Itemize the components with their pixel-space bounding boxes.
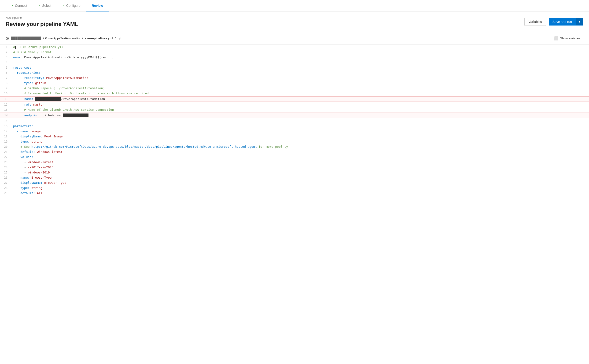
line-content: name: ██████████████/PowerAppsTestAutoma… bbox=[12, 97, 589, 102]
save-run-button-group: Save and run ▼ bbox=[549, 18, 583, 26]
line-content: - name: image bbox=[11, 129, 589, 134]
line-content: # File: azure-pipelines.yml bbox=[11, 45, 589, 50]
line-number: 24 bbox=[0, 165, 11, 170]
table-row: 11 name: ██████████████/PowerAppsTestAut… bbox=[0, 96, 589, 102]
table-row: 21 default: windows-latest bbox=[0, 149, 589, 155]
line-number: 4 bbox=[0, 60, 11, 65]
show-assistant-button[interactable]: ⬜ Show assistant bbox=[551, 35, 583, 42]
line-number: 20 bbox=[0, 144, 11, 149]
table-row: 28 type: string bbox=[0, 185, 589, 190]
table-row: 19 type: string bbox=[0, 139, 589, 144]
check-icon-select: ✓ bbox=[39, 4, 41, 7]
table-row: 16parameters: bbox=[0, 124, 589, 129]
line-content: endpoint: github.com_██████████████ bbox=[12, 113, 589, 118]
line-number: 18 bbox=[0, 134, 11, 139]
line-number: 27 bbox=[0, 180, 11, 185]
line-number: 9 bbox=[0, 86, 11, 91]
line-content: ref: master bbox=[11, 102, 589, 107]
header-right: Variables Save and run ▼ bbox=[524, 18, 583, 26]
line-number: 6 bbox=[0, 70, 11, 75]
page-title: Review your pipeline YAML bbox=[6, 21, 78, 27]
line-number: 11 bbox=[0, 97, 12, 102]
table-row: 18 displayName: Pool Image bbox=[0, 134, 589, 139]
table-row: 6 repositories: bbox=[0, 70, 589, 75]
table-row: 13 # Name of the GitHub OAuth ADO Servic… bbox=[0, 107, 589, 112]
table-row: 22 values: bbox=[0, 155, 589, 160]
line-number: 12 bbox=[0, 102, 11, 107]
line-content: name: PowerAppsTestAutomation-$(date:yyy… bbox=[11, 55, 589, 60]
line-content: repositories: bbox=[11, 70, 589, 75]
tab-connect[interactable]: ✓ Connect bbox=[6, 0, 33, 11]
line-number: 19 bbox=[0, 139, 11, 144]
variables-button[interactable]: Variables bbox=[524, 18, 546, 26]
line-number: 5 bbox=[0, 65, 11, 70]
table-row: 29 default: All bbox=[0, 190, 589, 196]
line-content: type: string bbox=[11, 139, 589, 144]
line-content: displayName: Pool Image bbox=[11, 134, 589, 139]
line-content: type: github bbox=[11, 80, 589, 86]
tab-select[interactable]: ✓ Select bbox=[33, 0, 57, 11]
table-row: 8 type: github bbox=[0, 80, 589, 86]
line-content: type: string bbox=[11, 185, 589, 190]
table-row: 26 - name: BrowserType bbox=[0, 175, 589, 180]
line-number: 28 bbox=[0, 185, 11, 190]
table-row: 10 # Recommended to Fork or Duplicate if… bbox=[0, 91, 589, 96]
tab-configure[interactable]: ✓ Configure bbox=[57, 0, 86, 11]
line-number: 14 bbox=[0, 113, 12, 118]
code-editor[interactable]: 1# File: azure-pipelines.yml2# Build Nam… bbox=[0, 45, 589, 196]
github-icon: ⊙ bbox=[6, 36, 9, 41]
line-content: - vs2017-win2016 bbox=[11, 165, 589, 170]
line-content: default: windows-latest bbox=[11, 149, 589, 155]
table-row: 9 # GitHub Repo(e.g. /PowerAppsTestAutom… bbox=[0, 86, 589, 91]
line-content: # Recommended to Fork or Duplicate if cu… bbox=[11, 91, 589, 96]
line-number: 1 bbox=[0, 45, 11, 50]
table-row: 4 bbox=[0, 60, 589, 65]
tab-review-label: Review bbox=[92, 4, 103, 7]
header-left: New pipeline Review your pipeline YAML bbox=[6, 16, 78, 27]
table-row: 3name: PowerAppsTestAutomation-$(date:yy… bbox=[0, 55, 589, 60]
file-modified: * bbox=[115, 37, 116, 40]
table-row: 5resources: bbox=[0, 65, 589, 70]
tab-configure-label: Configure bbox=[66, 4, 81, 7]
line-number: 7 bbox=[0, 75, 11, 80]
table-row: 20 # See https://github.com/MicrosoftDoc… bbox=[0, 144, 589, 149]
line-content: parameters: bbox=[11, 124, 589, 129]
line-number: 22 bbox=[0, 155, 11, 160]
table-row: 14 endpoint: github.com_██████████████ bbox=[0, 113, 589, 118]
table-row: 2# Build Name / Format bbox=[0, 50, 589, 55]
table-row: 15 bbox=[0, 118, 589, 124]
save-run-dropdown-button[interactable]: ▼ bbox=[576, 18, 583, 25]
line-number: 15 bbox=[0, 118, 11, 124]
line-content: # Build Name / Format bbox=[11, 50, 589, 55]
save-run-main-button[interactable]: Save and run bbox=[549, 18, 576, 26]
line-number: 21 bbox=[0, 149, 11, 155]
table-row: 27 displayName: Browser Type bbox=[0, 180, 589, 185]
table-row: 24 - vs2017-win2016 bbox=[0, 165, 589, 170]
tab-connect-label: Connect bbox=[15, 4, 27, 7]
line-number: 23 bbox=[0, 160, 11, 165]
line-number: 2 bbox=[0, 50, 11, 55]
breadcrumb: New pipeline bbox=[6, 16, 78, 20]
editor-file-info: ⊙ ██████████████ / PowerAppsTestAutomati… bbox=[6, 36, 122, 41]
line-number: 16 bbox=[0, 124, 11, 129]
tab-review[interactable]: Review bbox=[86, 0, 109, 11]
tab-select-label: Select bbox=[42, 4, 51, 7]
sync-icon: ⇄ bbox=[119, 37, 122, 40]
nav-tabs: ✓ Connect ✓ Select ✓ Configure Review bbox=[0, 0, 589, 12]
header-area: New pipeline Review your pipeline YAML V… bbox=[0, 12, 589, 32]
check-icon-connect: ✓ bbox=[11, 4, 13, 7]
line-content: - windows-latest bbox=[11, 160, 589, 165]
line-number: 10 bbox=[0, 91, 11, 96]
table-row: 17 - name: image bbox=[0, 129, 589, 134]
line-content: - name: BrowserType bbox=[11, 175, 589, 180]
line-content: - windows-2019 bbox=[11, 170, 589, 175]
line-content: resources: bbox=[11, 65, 589, 70]
line-number: 26 bbox=[0, 175, 11, 180]
line-number: 3 bbox=[0, 55, 11, 60]
show-assistant-label: Show assistant bbox=[560, 37, 581, 40]
file-name: azure-pipelines.yml bbox=[85, 37, 113, 40]
line-content: displayName: Browser Type bbox=[11, 180, 589, 185]
chevron-down-icon: ▼ bbox=[578, 20, 581, 23]
line-content: # Name of the GitHub OAuth ADO Service C… bbox=[11, 107, 589, 112]
table-row: 7 - repository: PowerAppsTestAutomation bbox=[0, 75, 589, 80]
